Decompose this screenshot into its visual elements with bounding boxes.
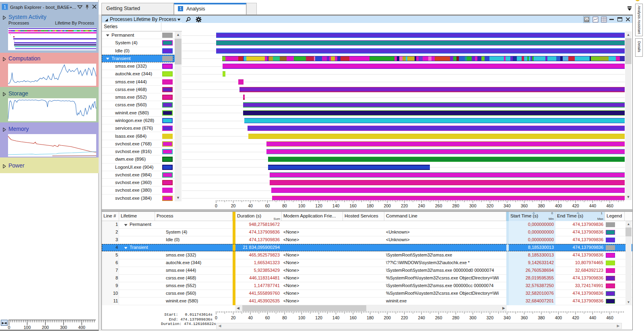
svg-text:0: 0	[215, 203, 217, 208]
svg-text:340: 340	[504, 203, 511, 208]
svg-text:300: 300	[469, 315, 477, 320]
svg-text:440: 440	[589, 203, 597, 208]
svg-text:360: 360	[521, 315, 528, 320]
svg-text:140: 140	[332, 203, 340, 208]
svg-text:220: 220	[401, 315, 408, 320]
svg-text:260: 260	[435, 203, 442, 208]
svg-text:240: 240	[418, 315, 425, 320]
svg-text:0: 0	[215, 315, 217, 320]
svg-text:460: 460	[606, 203, 613, 208]
svg-text:80: 80	[282, 203, 287, 208]
svg-text:40: 40	[248, 203, 253, 208]
svg-text:200: 200	[42, 325, 49, 330]
svg-text:40: 40	[248, 315, 253, 320]
svg-text:160: 160	[349, 203, 357, 208]
svg-text:100: 100	[24, 325, 31, 330]
svg-text:460: 460	[606, 315, 613, 320]
svg-text:240: 240	[418, 203, 425, 208]
svg-text:220: 220	[401, 203, 408, 208]
svg-text:280: 280	[452, 203, 460, 208]
svg-text:400: 400	[555, 315, 562, 320]
svg-text:120: 120	[315, 315, 322, 320]
svg-text:360: 360	[521, 203, 528, 208]
svg-text:320: 320	[487, 203, 494, 208]
svg-text:320: 320	[487, 315, 494, 320]
svg-text:160: 160	[349, 315, 357, 320]
svg-text:80: 80	[282, 315, 287, 320]
svg-text:180: 180	[367, 315, 374, 320]
svg-text:120: 120	[315, 203, 322, 208]
svg-text:300: 300	[60, 325, 67, 330]
svg-text:400: 400	[555, 203, 562, 208]
svg-text:280: 280	[452, 315, 460, 320]
svg-text:100: 100	[298, 315, 305, 320]
svg-text:420: 420	[572, 315, 579, 320]
svg-text:300: 300	[469, 203, 477, 208]
svg-text:100: 100	[298, 203, 305, 208]
svg-text:60: 60	[265, 315, 270, 320]
svg-text:340: 340	[504, 315, 511, 320]
svg-text:440: 440	[589, 315, 597, 320]
svg-text:380: 380	[538, 203, 545, 208]
svg-text:180: 180	[367, 203, 374, 208]
svg-text:140: 140	[332, 315, 340, 320]
svg-text:420: 420	[572, 203, 579, 208]
svg-text:20: 20	[231, 315, 236, 320]
svg-text:60: 60	[265, 203, 270, 208]
svg-text:200: 200	[384, 315, 391, 320]
svg-text:200: 200	[384, 203, 391, 208]
svg-text:400: 400	[78, 325, 85, 330]
svg-text:260: 260	[435, 315, 442, 320]
svg-text:20: 20	[231, 203, 236, 208]
svg-text:0: 0	[8, 325, 10, 330]
svg-text:380: 380	[538, 315, 545, 320]
